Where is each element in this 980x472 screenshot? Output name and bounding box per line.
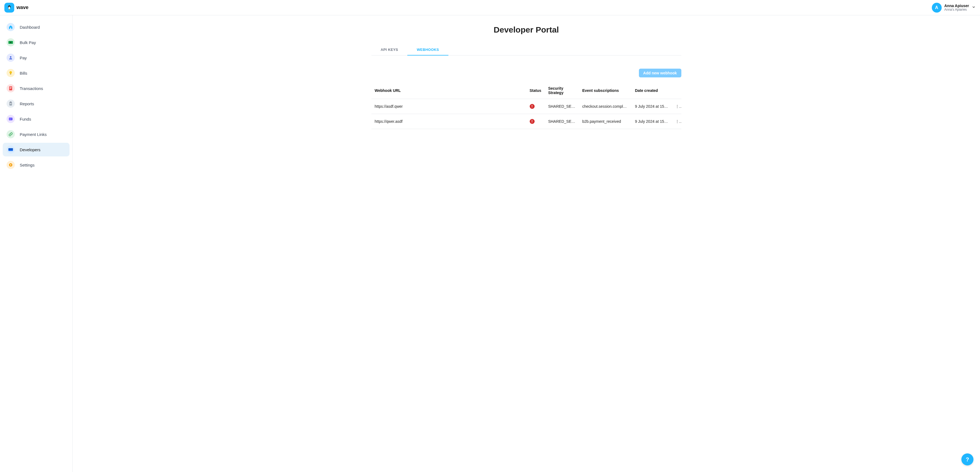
cell-url: https://asdf.qwer xyxy=(371,99,527,114)
brand-name: wave xyxy=(16,5,29,10)
receipt-icon xyxy=(6,84,15,92)
svg-point-5 xyxy=(10,6,10,7)
cell-date: 9 July 2024 at 15:27 xyxy=(632,114,672,129)
sidebar-item-label: Developers xyxy=(20,147,40,152)
toolbar: Add new webhook xyxy=(371,69,681,78)
lightbulb-icon xyxy=(6,69,15,77)
brand-logo-icon xyxy=(5,3,14,13)
svg-rect-21 xyxy=(11,119,13,119)
sidebar-item-label: Bulk Pay xyxy=(20,40,36,45)
clipboard-icon xyxy=(6,100,15,108)
sidebar-item-label: Pay xyxy=(20,55,27,60)
cell-date: 9 July 2024 at 15:27 xyxy=(632,99,672,114)
cell-status: ! xyxy=(527,114,545,129)
svg-rect-12 xyxy=(9,86,12,90)
svg-rect-23 xyxy=(8,149,13,149)
sidebar-item-label: Settings xyxy=(20,163,35,167)
add-webhook-button[interactable]: Add new webhook xyxy=(639,69,681,78)
sidebar-item-transactions[interactable]: Transactions xyxy=(3,81,70,95)
col-url: Webhook URL xyxy=(371,82,527,99)
col-date: Date created xyxy=(632,82,672,99)
svg-rect-11 xyxy=(10,74,11,74)
help-icon: ? xyxy=(966,456,969,463)
link-icon xyxy=(6,130,15,138)
main: Developer Portal API KEYS WEBHOOKS Add n… xyxy=(73,15,980,472)
user-org: Anna's Apiaries xyxy=(944,8,969,12)
svg-rect-3 xyxy=(9,9,10,10)
sidebar-item-paymentlinks[interactable]: Payment Links xyxy=(3,127,70,141)
svg-rect-17 xyxy=(10,102,11,103)
tabs: API KEYS WEBHOOKS xyxy=(371,44,681,55)
sidebar-item-settings[interactable]: Settings xyxy=(3,158,70,172)
status-error-icon: ! xyxy=(530,119,535,124)
cell-subscriptions: checkout.session.completed xyxy=(579,99,632,114)
cell-status: ! xyxy=(527,99,545,114)
page-title: Developer Portal xyxy=(371,25,681,35)
table-row[interactable]: https://asdf.qwer ! SHARED_SECRET checko… xyxy=(371,99,681,114)
svg-point-8 xyxy=(10,41,11,43)
row-actions-menu[interactable]: ⋮ xyxy=(672,99,681,114)
sidebar-item-bulkpay[interactable]: Bulk Pay xyxy=(3,36,70,49)
sidebar-item-label: Reports xyxy=(20,101,34,106)
user-text: Anna Apiuser Anna's Apiaries xyxy=(944,3,969,12)
sidebar-item-label: Transactions xyxy=(20,86,43,91)
gear-icon xyxy=(6,161,15,169)
avatar: A xyxy=(932,3,942,13)
sidebar-item-pay[interactable]: Pay xyxy=(3,51,70,65)
cell-security: SHARED_SECRET xyxy=(545,99,579,114)
cell-security: SHARED_SECRET xyxy=(545,114,579,129)
cell-subscriptions: b2b.payment_received xyxy=(579,114,632,129)
card-icon xyxy=(6,146,15,154)
col-security: Security Strategy xyxy=(545,82,579,99)
svg-rect-22 xyxy=(8,148,13,151)
svg-rect-15 xyxy=(10,89,11,89)
tab-webhooks[interactable]: WEBHOOKS xyxy=(407,44,448,55)
row-actions-menu[interactable]: ⋮ xyxy=(672,114,681,129)
svg-rect-14 xyxy=(10,88,12,88)
sidebar-item-bills[interactable]: Bills xyxy=(3,66,70,80)
status-error-icon: ! xyxy=(530,104,535,109)
svg-rect-13 xyxy=(10,87,12,87)
chevron-down-icon xyxy=(972,5,975,10)
svg-rect-2 xyxy=(9,9,9,10)
header: wave A Anna Apiuser Anna's Apiaries xyxy=(0,0,980,15)
sidebar-item-developers[interactable]: Developers xyxy=(3,143,70,157)
wallet-icon xyxy=(6,115,15,123)
webhooks-table: Webhook URL Status Security Strategy Eve… xyxy=(371,82,681,129)
svg-point-10 xyxy=(9,71,12,74)
sidebar: Dashboard Bulk Pay Pay Bills xyxy=(0,15,73,472)
cash-icon xyxy=(6,38,15,46)
user-name: Anna Apiuser xyxy=(944,3,969,8)
person-icon xyxy=(6,54,15,62)
svg-point-9 xyxy=(10,56,11,58)
cell-url: https://qwer.asdf xyxy=(371,114,527,129)
svg-point-4 xyxy=(9,6,9,7)
sidebar-item-label: Payment Links xyxy=(20,132,46,137)
col-status: Status xyxy=(527,82,545,99)
sidebar-item-label: Funds xyxy=(20,117,31,121)
help-button[interactable]: ? xyxy=(961,453,974,466)
tab-apikeys[interactable]: API KEYS xyxy=(371,44,407,55)
user-menu[interactable]: A Anna Apiuser Anna's Apiaries xyxy=(932,3,976,13)
sidebar-item-dashboard[interactable]: Dashboard xyxy=(3,20,70,34)
home-icon xyxy=(6,23,15,31)
sidebar-item-reports[interactable]: Reports xyxy=(3,97,70,111)
svg-point-25 xyxy=(10,164,11,166)
sidebar-item-funds[interactable]: Funds xyxy=(3,112,70,126)
col-subscriptions: Event subscriptions xyxy=(579,82,632,99)
sidebar-item-label: Bills xyxy=(20,71,27,76)
table-row[interactable]: https://qwer.asdf ! SHARED_SECRET b2b.pa… xyxy=(371,114,681,129)
sidebar-item-label: Dashboard xyxy=(20,25,40,30)
brand[interactable]: wave xyxy=(5,3,29,13)
